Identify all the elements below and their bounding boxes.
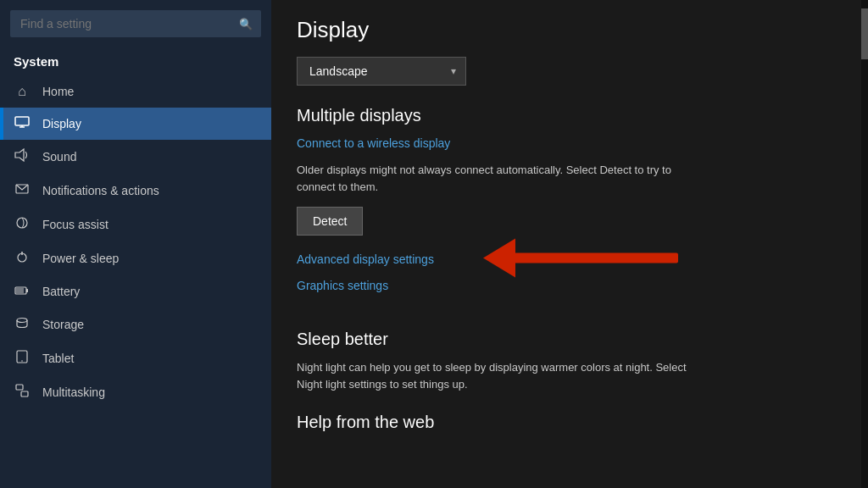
sidebar-item-power-sleep-label: Power & sleep (42, 252, 119, 265)
svg-rect-10 (16, 288, 24, 293)
sidebar-item-home[interactable]: ⌂ Home (0, 75, 271, 108)
sidebar: 🔍 System ⌂ Home Display (0, 0, 271, 488)
links-section: Advanced display settings Graphics setti… (297, 252, 836, 304)
system-label: System (0, 44, 271, 75)
storage-icon (14, 316, 31, 333)
sidebar-item-display-label: Display (42, 117, 81, 130)
orientation-row: Landscape Portrait Landscape (flipped) P… (297, 57, 836, 86)
battery-icon (14, 284, 31, 299)
sidebar-item-sound[interactable]: Sound (0, 140, 271, 174)
svg-rect-9 (26, 289, 28, 292)
multiple-displays-section: Multiple displays Connect to a wireless … (297, 106, 836, 252)
sidebar-item-tablet-label: Tablet (42, 352, 74, 365)
connect-wireless-link[interactable]: Connect to a wireless display (297, 136, 450, 150)
nav-items: ⌂ Home Display Sound (0, 75, 271, 488)
sidebar-item-battery[interactable]: Battery (0, 275, 271, 308)
sidebar-item-notifications-label: Notifications & actions (42, 184, 159, 197)
sleep-description: Night light can help you get to sleep by… (297, 359, 704, 392)
svg-rect-16 (509, 253, 678, 263)
svg-point-5 (17, 218, 27, 228)
advanced-display-link[interactable]: Advanced display settings (297, 252, 434, 266)
search-wrapper: 🔍 (10, 10, 261, 37)
home-icon: ⌂ (14, 84, 31, 99)
main-content: Display Landscape Portrait Landscape (fl… (271, 0, 861, 488)
search-input[interactable] (10, 10, 261, 37)
sleep-better-title: Sleep better (297, 330, 836, 349)
sidebar-item-home-label: Home (42, 85, 74, 98)
arrow-svg (483, 235, 687, 281)
notifications-icon (14, 182, 31, 199)
sidebar-item-storage-label: Storage (42, 318, 84, 331)
help-section: Help from the web (297, 413, 836, 432)
sidebar-item-focus-assist[interactable]: Focus assist (0, 208, 271, 241)
sidebar-item-notifications[interactable]: Notifications & actions (0, 174, 271, 208)
sidebar-item-display[interactable]: Display (0, 108, 271, 140)
sidebar-item-multitasking-label: Multitasking (42, 385, 105, 399)
svg-marker-17 (483, 239, 515, 278)
sidebar-item-focus-assist-label: Focus assist (42, 218, 108, 231)
svg-point-13 (21, 360, 23, 362)
sidebar-item-battery-label: Battery (42, 285, 80, 298)
sidebar-item-power-sleep[interactable]: Power & sleep (0, 241, 271, 275)
tablet-icon (14, 350, 31, 367)
advanced-link-row: Advanced display settings (297, 252, 836, 266)
right-scrollbar[interactable] (861, 0, 868, 488)
svg-marker-3 (15, 149, 24, 161)
graphics-settings-link[interactable]: Graphics settings (297, 279, 388, 292)
sidebar-top: 🔍 (0, 0, 271, 44)
page-title: Display (297, 17, 836, 43)
older-displays-description: Older displays might not always connect … (297, 162, 704, 195)
sidebar-item-multitasking[interactable]: Multitasking (0, 375, 271, 409)
orientation-select[interactable]: Landscape Portrait Landscape (flipped) P… (297, 57, 466, 86)
help-title: Help from the web (297, 413, 836, 432)
multiple-displays-title: Multiple displays (297, 106, 836, 125)
red-arrow (483, 235, 687, 285)
orientation-select-wrapper: Landscape Portrait Landscape (flipped) P… (297, 57, 466, 86)
sidebar-item-storage[interactable]: Storage (0, 308, 271, 341)
multitasking-icon (14, 384, 31, 401)
display-icon (14, 116, 31, 131)
svg-rect-14 (16, 385, 23, 390)
svg-rect-15 (21, 391, 28, 396)
scrollbar-thumb[interactable] (861, 8, 868, 59)
sound-icon (14, 148, 31, 165)
sleep-section: Sleep better Night light can help you ge… (297, 330, 836, 392)
svg-rect-0 (15, 117, 29, 125)
detect-button[interactable]: Detect (297, 207, 363, 236)
sidebar-item-tablet[interactable]: Tablet (0, 341, 271, 375)
focus-assist-icon (14, 216, 31, 233)
search-icon: 🔍 (239, 18, 253, 30)
sidebar-item-sound-label: Sound (42, 150, 76, 164)
power-icon (14, 250, 31, 267)
svg-point-11 (17, 319, 27, 323)
